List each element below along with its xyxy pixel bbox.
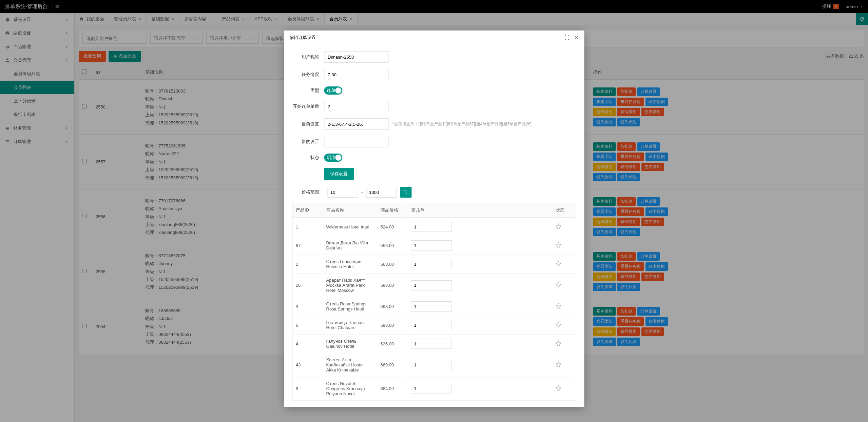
modal-mask[interactable] — [0, 0, 868, 13]
